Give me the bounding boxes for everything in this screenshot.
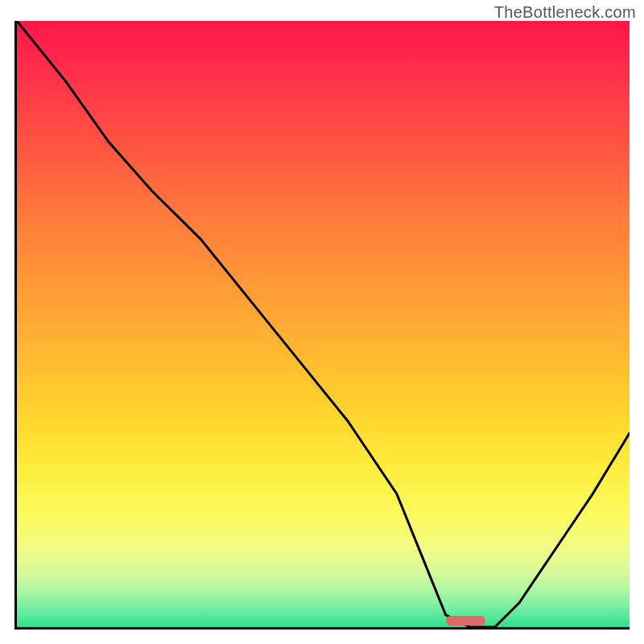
chart-highlight-marker [446, 616, 485, 625]
chart-line-path [17, 21, 630, 627]
chart-plot-area [14, 21, 630, 630]
watermark-text: TheBottleneck.com [494, 3, 636, 22]
chart-line-series [17, 21, 630, 627]
